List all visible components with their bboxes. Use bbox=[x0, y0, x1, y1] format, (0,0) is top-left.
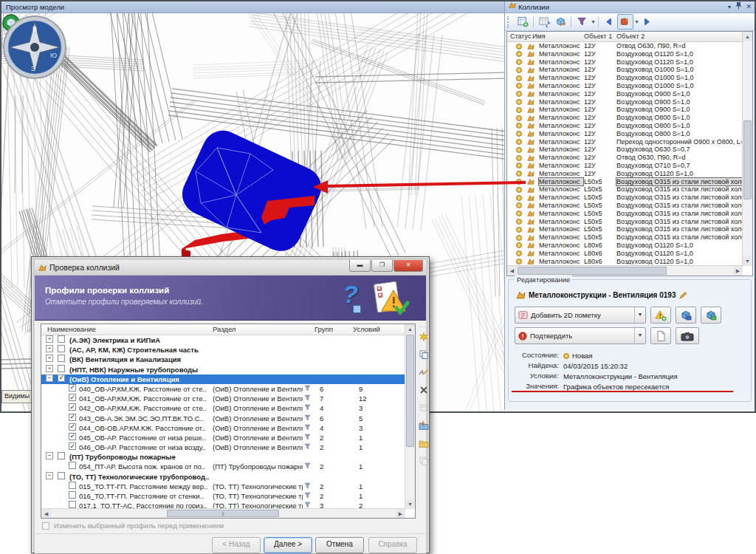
collision-row[interactable]: Металлоконс12УПереход односторонний О900… bbox=[507, 138, 743, 146]
col-object1[interactable]: Объект 1 bbox=[584, 32, 612, 41]
collision-row[interactable]: МеталлоконсL50x5Воздуховод О315 из стали… bbox=[507, 210, 743, 218]
current-collision-dropdown-arrow[interactable]: ▼ bbox=[634, 19, 639, 24]
collapse-icon[interactable]: − bbox=[46, 472, 53, 479]
add-2d-note-button[interactable]: Добавить 2D пометку ▼ bbox=[515, 307, 646, 324]
col-status[interactable]: Статус bbox=[510, 32, 531, 41]
scroll-down-icon[interactable]: ▼ bbox=[405, 499, 415, 509]
checkbox-icon[interactable] bbox=[58, 365, 65, 372]
tree-vscroll-thumb[interactable] bbox=[406, 335, 414, 447]
collision-row[interactable]: Металлоконс12УВоздуховод О1120 S=1,0 bbox=[507, 170, 743, 178]
save-view-alt-button[interactable] bbox=[701, 307, 721, 324]
confirm-button[interactable]: Подтвердить ▼ bbox=[515, 327, 646, 344]
checkbox-icon[interactable] bbox=[69, 442, 76, 450]
col-uslovij[interactable]: Условий bbox=[353, 324, 380, 335]
checkbox-icon[interactable] bbox=[69, 384, 76, 391]
col-razdel[interactable]: Раздел bbox=[213, 324, 236, 335]
import-profile-button[interactable] bbox=[417, 418, 430, 433]
col-name[interactable]: Имя bbox=[532, 32, 546, 41]
checkbox-icon[interactable] bbox=[58, 355, 65, 362]
profile-item-row[interactable]: 054_ПТ-АР. Высота пож. кранов от по..(ПТ… bbox=[41, 462, 405, 471]
collapse-icon[interactable]: − bbox=[46, 375, 53, 382]
scroll-up-icon[interactable]: ▲ bbox=[743, 32, 752, 41]
next-collision-button[interactable] bbox=[639, 14, 656, 30]
expand-icon[interactable]: + bbox=[46, 335, 53, 343]
profile-item-row[interactable]: 043_ОВ-А.ЭК.ЭМ.ЭС.ЭО.ПТ.ВК.ТО.С..(ОиВ) О… bbox=[41, 414, 405, 423]
snapshot-camera-button[interactable] bbox=[676, 327, 699, 344]
maximize-button[interactable]: ❐ bbox=[371, 260, 393, 272]
collision-row[interactable]: Металлоконс12УВоздуховод О1000 S=1,0 bbox=[507, 82, 743, 90]
hscroll-thumb[interactable] bbox=[518, 267, 667, 275]
collision-row[interactable]: Металлоконс12УВоздуховод О900 S=1,0 bbox=[507, 106, 743, 114]
current-collision-button[interactable] bbox=[617, 14, 633, 30]
profile-group-row[interactable]: +(А.ЭК) Электрика и КИПиА bbox=[41, 335, 405, 345]
profile-item-row[interactable]: 046_ОВ-АР. Расстояние от низа возду..(Ои… bbox=[41, 442, 405, 452]
collision-row[interactable]: Металлоконс12УОтвод О630, П90, R=d bbox=[507, 154, 743, 162]
scroll-left-icon[interactable]: ◀ bbox=[41, 509, 51, 519]
collisions-table-header[interactable]: Статус Имя Объект 1 Объект 2 bbox=[507, 32, 752, 42]
collision-row[interactable]: МеталлоконсL50x5Воздуховод О315 из стали… bbox=[507, 185, 743, 194]
collision-row[interactable]: МеталлоконсL80x6Воздуховод О1120 S=1,0 bbox=[507, 250, 743, 258]
refresh-table-button[interactable] bbox=[536, 14, 552, 30]
collision-row[interactable]: МеталлоконсL80x6Воздуховод О1120 S=1,0 bbox=[507, 258, 743, 264]
warning-add-button[interactable] bbox=[650, 307, 671, 324]
collision-row[interactable]: Металлоконс12УОтвод О630, П90, R=d bbox=[507, 42, 743, 50]
edit-pencil-icon[interactable] bbox=[678, 291, 687, 300]
profile-item-row[interactable]: 044_ОВ-ОВ.АР.КМ.КЖ. Расстояние от..(ОиВ)… bbox=[41, 423, 405, 433]
profile-group-row[interactable]: +(НПТ, НВК) Наружные трубопроводы bbox=[41, 365, 405, 375]
minimize-button[interactable]: ▬ bbox=[349, 260, 371, 272]
expand-icon[interactable]: + bbox=[46, 345, 53, 352]
pin-icon[interactable] bbox=[735, 1, 742, 13]
add-note-dropdown-arrow[interactable]: ▼ bbox=[634, 307, 645, 323]
checkbox-icon[interactable] bbox=[58, 452, 65, 459]
profile-item-row[interactable]: 045_ОВ-АР. Расстояние от низа реше..(ОиВ… bbox=[41, 433, 405, 442]
export-profile-button[interactable] bbox=[417, 436, 430, 451]
checkbox-icon[interactable] bbox=[69, 394, 76, 401]
collision-row[interactable]: МеталлоконсL50x5Воздуховод О315 из стали… bbox=[507, 202, 743, 210]
tree-vscrollbar[interactable]: ▲ ▼ bbox=[405, 324, 415, 509]
delete-profile-button[interactable] bbox=[417, 383, 430, 397]
checkbox-icon[interactable] bbox=[42, 522, 49, 530]
profile-item-row[interactable]: 042_ОВ-АР,КМ,КЖ. Расстояние от сте..(ОиВ… bbox=[41, 403, 405, 413]
col-object2[interactable]: Объект 2 bbox=[616, 32, 645, 41]
expand-icon[interactable]: + bbox=[46, 355, 53, 362]
new-document-button[interactable] bbox=[650, 327, 671, 344]
save-view-button[interactable] bbox=[676, 307, 696, 324]
duplicate-disabled-button[interactable] bbox=[417, 454, 430, 468]
checkbox-icon[interactable] bbox=[69, 462, 76, 469]
cancel-button[interactable]: Отмена bbox=[315, 537, 364, 553]
close-icon[interactable]: ✕ bbox=[746, 1, 752, 13]
dialog-titlebar[interactable]: Проверка коллизий ▬ ❐ ✕ bbox=[35, 260, 426, 276]
tree-hscrollbar[interactable]: ◀ ▶ ⦀ bbox=[41, 508, 405, 518]
collision-row[interactable]: Металлоконс12УВоздуховод О800 S=1,0 bbox=[507, 114, 743, 122]
checkbox-icon[interactable] bbox=[69, 433, 76, 440]
tree-hscroll-thumb[interactable]: ⦀ bbox=[167, 510, 279, 517]
collision-row[interactable]: МеталлоконсL80x6Воздуховод О1120 S=1,0 bbox=[507, 242, 743, 250]
filter-button[interactable] bbox=[574, 14, 590, 30]
add-report-button[interactable] bbox=[515, 14, 531, 30]
profile-group-row[interactable]: −(ПТ) Трубопроводы пожарные bbox=[41, 452, 405, 462]
chevron-down-icon[interactable]: ▼ bbox=[727, 1, 732, 13]
profile-item-row[interactable]: 041_ОВ-АР,КМ,КЖ. Расстояние от сте..(ОиВ… bbox=[41, 394, 405, 403]
rename-profile-button[interactable]: A bbox=[417, 365, 430, 380]
col-naimenovanie[interactable]: Наименование bbox=[47, 324, 96, 335]
prev-collision-button[interactable] bbox=[601, 14, 617, 30]
profiles-tree-header[interactable]: Наименование Раздел Групп Условий bbox=[41, 324, 415, 335]
collision-row[interactable]: МеталлоконсL50x5Воздуховод О315 из стали… bbox=[507, 178, 743, 186]
checkbox-icon[interactable] bbox=[58, 345, 65, 352]
checkbox-icon[interactable] bbox=[69, 482, 76, 489]
collision-row[interactable]: МеталлоконсL50x5Воздуховод О315 из стали… bbox=[507, 225, 743, 233]
help-button[interactable]: Справка bbox=[368, 537, 417, 553]
collision-row[interactable]: Металлоконс12УВоздуховод О900 S=1,0 bbox=[507, 90, 743, 98]
checkbox-icon[interactable] bbox=[58, 335, 65, 343]
profile-group-row[interactable]: −(ТО, ТТ) Технологические трубопровод.. bbox=[41, 472, 405, 482]
profile-item-row[interactable]: 040_ОВ-АР,КМ,КЖ. Расстояние от сте..(ОиВ… bbox=[41, 384, 405, 394]
profile-group-row[interactable]: +(АС, АР, КМ, КЖ) Строительная часть bbox=[41, 345, 405, 355]
collisions-panel-titlebar[interactable]: Коллизии ▼ ✕ bbox=[505, 1, 755, 13]
collision-row[interactable]: Металлоконс12УВоздуховод О1120 S=1,0 bbox=[507, 58, 743, 66]
collision-row[interactable]: Металлоконс12УВоздуховод О800 S=1,0 bbox=[507, 122, 743, 130]
collision-row[interactable]: Металлоконс12УВоздуховод О630 S=0,7 bbox=[507, 146, 743, 154]
expand-icon[interactable]: + bbox=[46, 365, 53, 372]
next-button[interactable]: Далее > bbox=[264, 537, 312, 553]
profile-item-row[interactable]: 015_ТО.ТТ-ГП. Расстояние между вер..(ТО,… bbox=[41, 482, 405, 491]
checkbox-icon[interactable] bbox=[58, 375, 65, 382]
